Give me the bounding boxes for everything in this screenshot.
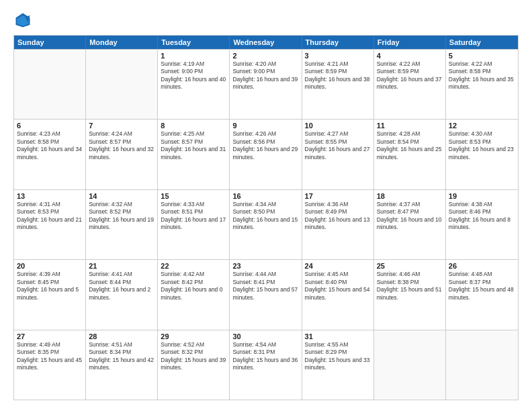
cell-info: Sunrise: 4:41 AMSunset: 8:44 PMDaylight:…: [89, 271, 154, 302]
cell-day-number: 18: [377, 192, 443, 200]
calendar-cell: 12Sunrise: 4:30 AMSunset: 8:53 PMDayligh…: [446, 120, 518, 189]
calendar-cell: 18Sunrise: 4:37 AMSunset: 8:47 PMDayligh…: [374, 190, 446, 259]
logo-icon: [13, 11, 32, 30]
cell-day-number: 31: [305, 332, 371, 340]
calendar-cell: 31Sunrise: 4:55 AMSunset: 8:29 PMDayligh…: [302, 330, 374, 400]
cell-day-number: 27: [17, 332, 83, 340]
cell-info: Sunrise: 4:22 AMSunset: 8:59 PMDaylight:…: [377, 60, 443, 91]
calendar-cell: 23Sunrise: 4:44 AMSunset: 8:41 PMDayligh…: [230, 260, 302, 329]
calendar-cell: 21Sunrise: 4:41 AMSunset: 8:44 PMDayligh…: [86, 260, 158, 329]
weekday-header: Tuesday: [158, 36, 230, 49]
cell-day-number: 5: [449, 52, 515, 60]
calendar-header: SundayMondayTuesdayWednesdayThursdayFrid…: [14, 36, 518, 49]
cell-day-number: 10: [305, 122, 371, 130]
cell-info: Sunrise: 4:34 AMSunset: 8:50 PMDaylight:…: [232, 201, 298, 232]
weekday-header: Wednesday: [230, 36, 302, 49]
calendar-body: 1Sunrise: 4:19 AMSunset: 9:00 PMDaylight…: [14, 49, 518, 400]
cell-info: Sunrise: 4:55 AMSunset: 8:29 PMDaylight:…: [305, 341, 371, 372]
calendar-cell: 7Sunrise: 4:24 AMSunset: 8:57 PMDaylight…: [86, 120, 158, 189]
cell-day-number: 12: [449, 122, 515, 130]
cell-day-number: 30: [232, 332, 298, 340]
calendar: SundayMondayTuesdayWednesdayThursdayFrid…: [13, 35, 519, 400]
calendar-cell: 4Sunrise: 4:22 AMSunset: 8:59 PMDaylight…: [374, 50, 446, 119]
calendar-cell: 2Sunrise: 4:20 AMSunset: 9:00 PMDaylight…: [230, 50, 302, 119]
calendar-cell: [446, 330, 518, 400]
calendar-cell: 17Sunrise: 4:36 AMSunset: 8:49 PMDayligh…: [302, 190, 374, 259]
cell-info: Sunrise: 4:36 AMSunset: 8:49 PMDaylight:…: [305, 201, 371, 232]
calendar-cell: 22Sunrise: 4:42 AMSunset: 8:42 PMDayligh…: [158, 260, 230, 329]
header: [13, 11, 519, 30]
cell-day-number: 25: [377, 262, 443, 270]
cell-info: Sunrise: 4:26 AMSunset: 8:56 PMDaylight:…: [232, 130, 298, 161]
calendar-cell: 20Sunrise: 4:39 AMSunset: 8:45 PMDayligh…: [14, 260, 86, 329]
cell-day-number: 6: [17, 122, 83, 130]
cell-info: Sunrise: 4:52 AMSunset: 8:32 PMDaylight:…: [161, 341, 226, 372]
calendar-cell: 13Sunrise: 4:31 AMSunset: 8:53 PMDayligh…: [14, 190, 86, 259]
cell-day-number: 16: [232, 192, 298, 200]
calendar-row: 6Sunrise: 4:23 AMSunset: 8:58 PMDaylight…: [14, 119, 518, 189]
calendar-cell: 19Sunrise: 4:38 AMSunset: 8:46 PMDayligh…: [446, 190, 518, 259]
cell-day-number: 7: [89, 122, 154, 130]
calendar-cell: 27Sunrise: 4:49 AMSunset: 8:35 PMDayligh…: [14, 330, 86, 400]
cell-day-number: 1: [161, 52, 226, 60]
cell-day-number: 20: [17, 262, 83, 270]
calendar-row: 13Sunrise: 4:31 AMSunset: 8:53 PMDayligh…: [14, 189, 518, 259]
page: SundayMondayTuesdayWednesdayThursdayFrid…: [0, 0, 532, 411]
cell-day-number: 22: [161, 262, 226, 270]
weekday-header: Sunday: [14, 36, 86, 49]
cell-info: Sunrise: 4:32 AMSunset: 8:52 PMDaylight:…: [89, 201, 154, 232]
cell-info: Sunrise: 4:27 AMSunset: 8:55 PMDaylight:…: [305, 130, 371, 161]
cell-day-number: 29: [161, 332, 226, 340]
weekday-header: Monday: [86, 36, 158, 49]
calendar-cell: 25Sunrise: 4:46 AMSunset: 8:38 PMDayligh…: [374, 260, 446, 329]
cell-info: Sunrise: 4:25 AMSunset: 8:57 PMDaylight:…: [161, 130, 226, 161]
calendar-cell: 1Sunrise: 4:19 AMSunset: 9:00 PMDaylight…: [158, 50, 230, 119]
calendar-cell: 16Sunrise: 4:34 AMSunset: 8:50 PMDayligh…: [230, 190, 302, 259]
calendar-cell: 9Sunrise: 4:26 AMSunset: 8:56 PMDaylight…: [230, 120, 302, 189]
cell-day-number: 4: [377, 52, 443, 60]
cell-day-number: 9: [232, 122, 298, 130]
cell-info: Sunrise: 4:51 AMSunset: 8:34 PMDaylight:…: [89, 341, 154, 372]
weekday-header: Saturday: [446, 36, 518, 49]
cell-day-number: 11: [377, 122, 443, 130]
cell-info: Sunrise: 4:28 AMSunset: 8:54 PMDaylight:…: [377, 130, 443, 161]
calendar-cell: 8Sunrise: 4:25 AMSunset: 8:57 PMDaylight…: [158, 120, 230, 189]
cell-day-number: 24: [305, 262, 371, 270]
cell-info: Sunrise: 4:24 AMSunset: 8:57 PMDaylight:…: [89, 130, 154, 161]
cell-info: Sunrise: 4:30 AMSunset: 8:53 PMDaylight:…: [449, 130, 515, 161]
calendar-cell: 24Sunrise: 4:45 AMSunset: 8:40 PMDayligh…: [302, 260, 374, 329]
cell-info: Sunrise: 4:39 AMSunset: 8:45 PMDaylight:…: [17, 271, 83, 302]
cell-day-number: 3: [305, 52, 371, 60]
calendar-cell: 29Sunrise: 4:52 AMSunset: 8:32 PMDayligh…: [158, 330, 230, 400]
calendar-cell: 30Sunrise: 4:54 AMSunset: 8:31 PMDayligh…: [230, 330, 302, 400]
cell-info: Sunrise: 4:20 AMSunset: 9:00 PMDaylight:…: [232, 60, 298, 91]
cell-day-number: 19: [449, 192, 515, 200]
weekday-header: Thursday: [302, 36, 374, 49]
cell-info: Sunrise: 4:45 AMSunset: 8:40 PMDaylight:…: [305, 271, 371, 302]
calendar-row: 27Sunrise: 4:49 AMSunset: 8:35 PMDayligh…: [14, 330, 518, 400]
calendar-cell: 26Sunrise: 4:48 AMSunset: 8:37 PMDayligh…: [446, 260, 518, 329]
logo: [13, 11, 36, 30]
calendar-cell: [374, 330, 446, 400]
cell-day-number: 2: [232, 52, 298, 60]
cell-info: Sunrise: 4:54 AMSunset: 8:31 PMDaylight:…: [232, 341, 298, 372]
cell-day-number: 17: [305, 192, 371, 200]
calendar-row: 20Sunrise: 4:39 AMSunset: 8:45 PMDayligh…: [14, 259, 518, 329]
cell-day-number: 23: [232, 262, 298, 270]
cell-day-number: 26: [449, 262, 515, 270]
cell-info: Sunrise: 4:46 AMSunset: 8:38 PMDaylight:…: [377, 271, 443, 302]
cell-info: Sunrise: 4:23 AMSunset: 8:58 PMDaylight:…: [17, 130, 83, 161]
cell-info: Sunrise: 4:21 AMSunset: 8:59 PMDaylight:…: [305, 60, 371, 91]
weekday-header: Friday: [374, 36, 446, 49]
cell-day-number: 15: [161, 192, 226, 200]
calendar-cell: 5Sunrise: 4:22 AMSunset: 8:58 PMDaylight…: [446, 50, 518, 119]
cell-day-number: 14: [89, 192, 154, 200]
cell-day-number: 28: [89, 332, 154, 340]
cell-info: Sunrise: 4:48 AMSunset: 8:37 PMDaylight:…: [449, 271, 515, 302]
calendar-cell: 14Sunrise: 4:32 AMSunset: 8:52 PMDayligh…: [86, 190, 158, 259]
cell-info: Sunrise: 4:33 AMSunset: 8:51 PMDaylight:…: [161, 201, 226, 232]
cell-info: Sunrise: 4:31 AMSunset: 8:53 PMDaylight:…: [17, 201, 83, 232]
calendar-cell: [14, 50, 86, 119]
calendar-cell: [86, 50, 158, 119]
calendar-cell: 28Sunrise: 4:51 AMSunset: 8:34 PMDayligh…: [86, 330, 158, 400]
